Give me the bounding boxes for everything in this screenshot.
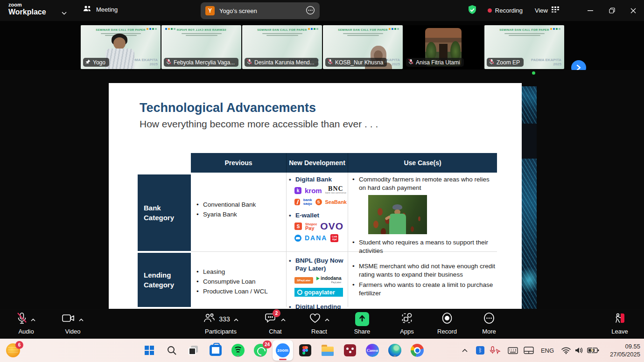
zoom-meeting-window: zoom Workplace Meeting Y Yogo's screen [0, 0, 644, 362]
brand-zoom: zoom [8, 2, 46, 7]
audio-button[interactable]: Audio [4, 312, 49, 335]
leave-door-icon [614, 312, 626, 326]
background-banner-lines [484, 33, 564, 36]
share-button[interactable]: Share [340, 312, 385, 335]
file-explorer-icon [322, 347, 334, 356]
touchpad-icon[interactable] [523, 344, 535, 356]
video-tile-anisa[interactable]: Anisa Fitria Utami [404, 25, 483, 69]
more-button[interactable]: More [467, 312, 511, 335]
wifi-icon[interactable] [560, 344, 572, 356]
participant-name-pill: Yogo [83, 58, 109, 67]
video-tile-yogo[interactable]: SEMINAR DAN CALL FOR PAPER PADMA EKAPITA… [81, 25, 161, 69]
background-banner-lines [242, 33, 322, 36]
table-header-new-development: New Development [286, 153, 348, 173]
slide-title: Technological Advancements [140, 101, 316, 115]
chevron-up-icon[interactable] [281, 315, 286, 323]
close-button[interactable] [623, 0, 644, 21]
background-sponsor-logos [550, 28, 560, 30]
record-button[interactable]: Record [425, 312, 469, 335]
touch-keyboard-icon[interactable] [507, 344, 519, 356]
krom-logo: krom [305, 187, 322, 195]
taskbar-clock[interactable]: 09.55 27/05/2025 [610, 342, 640, 358]
start-button[interactable] [142, 343, 157, 358]
video-tile-zoom-ep[interactable]: SEMINAR DAN CALL FOR PAPER PADMA EKAPITA… [484, 25, 564, 69]
volume-icon[interactable] [573, 344, 585, 356]
spotify-button[interactable] [231, 343, 245, 358]
battery-icon[interactable] [586, 344, 600, 356]
chat-button[interactable]: 2 Chat [253, 312, 298, 335]
view-button[interactable]: View [535, 7, 559, 14]
tab-yogos-screen[interactable]: Y Yogo's screen [201, 2, 320, 19]
active-app-indicator [279, 359, 287, 360]
mic-in-use-icon[interactable] [488, 344, 502, 356]
zoom-app-button[interactable]: zoom [273, 340, 293, 361]
participants-label: Participants [205, 328, 237, 335]
chevron-down-icon[interactable] [62, 8, 67, 17]
chat-label: Chat [269, 328, 281, 335]
participants-count: 333 [219, 315, 230, 323]
chevron-up-icon[interactable] [79, 315, 84, 323]
leave-button[interactable]: Leave [597, 312, 642, 335]
mic-muted-icon [408, 59, 413, 66]
task-view-button[interactable] [186, 343, 201, 358]
chevron-up-icon[interactable] [234, 315, 238, 323]
search-icon [167, 345, 177, 355]
camera-icon [62, 313, 75, 325]
tab-meeting[interactable]: Meeting [83, 5, 118, 14]
tab-options-icon[interactable] [306, 6, 315, 16]
list-item: Student who requires a means to support … [351, 238, 497, 255]
participants-button[interactable]: 333 Participants [195, 312, 246, 335]
background-sponsor-logos [147, 28, 157, 30]
participant-name-pill: Desinta Karunia Mend... [245, 58, 318, 67]
whatsapp-button[interactable]: 24 [253, 343, 268, 358]
language-indicator[interactable]: ENG [539, 344, 555, 356]
cell-bank-previous: Conventional Bank Syaria Bank [196, 201, 282, 220]
widgets-button[interactable]: 6 [6, 343, 21, 358]
apps-button[interactable]: Apps [385, 312, 429, 335]
video-tile-desinta[interactable]: SEMINAR DAN CALL FOR PAPER PADMA EKAPITA… [242, 25, 322, 69]
chat-badge: 2 [273, 309, 280, 317]
record-icon [441, 312, 453, 326]
chrome-button[interactable] [410, 343, 425, 358]
search-button[interactable] [164, 343, 179, 358]
video-button[interactable]: Video [50, 312, 95, 335]
restore-button[interactable] [601, 0, 623, 21]
video-tile-kosb[interactable]: SEMINAR DAN CALL FOR PAPER PADMA EKAPITA… [323, 25, 403, 69]
list-item: Productive Loan / WCL [196, 287, 285, 296]
tray-overflow-button[interactable] [460, 344, 470, 356]
mendeley-button[interactable] [343, 343, 357, 358]
apps-label: Apps [400, 328, 414, 335]
bank-saqu-icon [294, 199, 300, 205]
window-titlebar: zoom Workplace Meeting Y Yogo's screen [0, 0, 644, 21]
table-divider [286, 173, 287, 307]
audio-label: Audio [18, 328, 34, 335]
canva-button[interactable]: Canva [365, 343, 380, 358]
gopaylater-logo: gopaylater [294, 288, 343, 297]
seabank-icon: S [315, 199, 322, 205]
microsoft-store-button[interactable] [208, 343, 223, 358]
chevron-up-icon[interactable] [325, 315, 329, 323]
security-shield-icon[interactable] [467, 5, 477, 17]
new-dev-label: Digital Bank [288, 175, 347, 183]
file-explorer-button[interactable] [320, 343, 335, 358]
shopeepay-icon: S [294, 223, 302, 230]
heart-icon [309, 313, 321, 326]
video-label: Video [65, 328, 80, 335]
react-button[interactable]: React [297, 312, 342, 335]
slide-side-graphic [522, 124, 537, 159]
chevron-up-icon[interactable] [31, 315, 35, 323]
dana-logo: DANA [305, 234, 327, 242]
cell-lending-new-development: BNPL (Buy Now Pay Later) SPayLater indod… [288, 257, 347, 309]
krom-icon: k [294, 187, 301, 194]
figma-button[interactable] [298, 343, 313, 358]
more-label: More [482, 328, 496, 335]
list-item: Commodity farmers in remote areas who re… [351, 175, 497, 192]
bluetooth-icon[interactable]: ᛒ [475, 344, 485, 356]
table-header-previous: Previous [191, 153, 286, 173]
spotify-icon [231, 344, 245, 357]
minimize-button[interactable] [580, 0, 601, 21]
video-tile-febyola[interactable]: SEMINAR DAN CALL FOR PAPER Febyola Mercy… [161, 25, 241, 69]
edge-button[interactable] [387, 343, 402, 358]
share-label: Share [354, 328, 371, 335]
recording-indicator: Recording [488, 7, 523, 14]
